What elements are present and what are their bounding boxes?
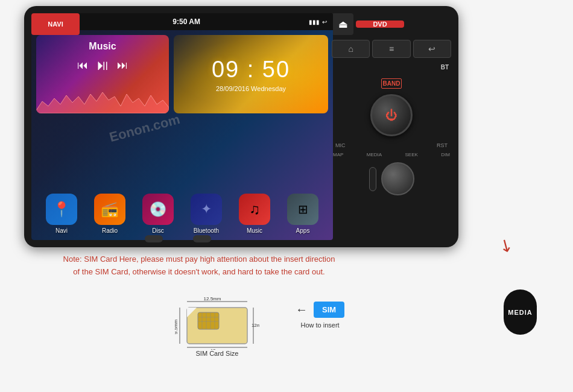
note-line2: of the SIM Card, otherwise it doesn't wo… (24, 266, 374, 279)
red-arrow: ↘ (495, 233, 516, 257)
app-music[interactable]: ♫ Music (239, 194, 270, 234)
disc-icon-label: Disc (152, 227, 163, 234)
slider-control[interactable] (369, 167, 376, 191)
app-row: 📍 Navi 📻 Radio 💿 Disc ✦ Bluetooth (31, 190, 333, 240)
svg-text:12mm: 12mm (252, 323, 259, 328)
screen-area: ⚲ ✦ ▐▐▐ 9:50 AM ▮▮▮ ↩ Music ⏮ (31, 13, 333, 240)
app-radio[interactable]: 📻 Radio (94, 194, 125, 234)
main-wrapper: NAVI ⏏ DVD ⚲ ✦ ▐▐▐ 9:50 AM ▮▮▮ ↩ (0, 0, 573, 392)
back-nav-icon[interactable]: ↩ (322, 19, 327, 25)
mic-rst-row: MIC RST (332, 141, 451, 150)
insert-arrow-icon: ← (296, 303, 308, 317)
status-right: ▮▮▮ ↩ (309, 19, 327, 25)
svg-rect-2 (198, 312, 219, 329)
prev-button[interactable]: ⏮ (77, 59, 88, 72)
power-icon: ⏻ (385, 109, 397, 122)
bt-icon-label: Bluetooth (194, 227, 219, 234)
insert-row: ← SIM (296, 302, 344, 318)
rst-label: RST (437, 142, 448, 148)
bottom-bumper-left (145, 235, 163, 242)
media-seek-label: MEDIA (367, 152, 382, 157)
svg-text:9.5mm: 9.5mm (175, 319, 179, 334)
music-widget: Music ⏮ ⏯ ⏭ (36, 35, 169, 113)
dim-label: DIM (441, 152, 450, 157)
music-icon-label: Music (247, 227, 262, 234)
battery-icon: ▮▮▮ (309, 19, 320, 25)
clock-date: 28/09/2016 Wednesday (216, 85, 286, 92)
app-apps[interactable]: ⊞ Apps (287, 194, 318, 234)
band-row: BAND (332, 77, 451, 88)
clock-time: 09 : 50 (212, 57, 290, 83)
vol-knob-wrap (332, 162, 451, 195)
play-button[interactable]: ⏯ (95, 57, 110, 74)
home-button[interactable]: ⌂ (332, 40, 370, 58)
map-label: MAP (333, 152, 343, 157)
sim-blue-button: SIM (314, 302, 344, 318)
back-button[interactable]: ↩ (413, 40, 451, 58)
volume-knob[interactable] (381, 162, 414, 195)
insert-diagram: ← SIM How to insert (296, 302, 344, 329)
radio-icon-img: 📻 (94, 194, 125, 225)
media-oval[interactable]: MEDIA (504, 289, 537, 335)
band-label: BAND (381, 78, 402, 89)
navi-icon-label: Navi (55, 227, 68, 234)
navi-icon-img: 📍 (46, 194, 77, 225)
music-controls: ⏮ ⏯ ⏭ (42, 57, 163, 74)
insert-label: How to insert (300, 321, 339, 329)
mic-label: MIC (335, 142, 346, 148)
app-disc[interactable]: 💿 Disc (142, 194, 174, 234)
disc-icon-img: 💿 (142, 194, 174, 225)
app-navi[interactable]: 📍 Navi (46, 194, 77, 234)
status-time: 9:50 AM (173, 17, 200, 26)
music-widget-title: Music (42, 41, 163, 52)
app-bluetooth[interactable]: ✦ Bluetooth (191, 194, 222, 234)
bt-panel-label: BT (441, 64, 449, 71)
svg-text:12.5mm: 12.5mm (204, 296, 221, 302)
bt-icon-img: ✦ (191, 194, 222, 225)
note-line1: Note: SIM Card Here, please must pay hig… (24, 253, 374, 266)
right-panel: ⌂ ≡ ↩ BT BAND ⏻ MIC RST (332, 13, 451, 240)
sim-card-svg: 12.5mm 12mm 9.5mm 15mm (175, 296, 259, 350)
knob-area: ⏻ (332, 94, 451, 136)
sim-diagram: 12.5mm 12mm 9.5mm 15mm SIM Card Size (157, 296, 277, 357)
widget-row: Music ⏮ ⏯ ⏭ 09 : 50 28/09/2016 Wednesday (31, 30, 333, 190)
sim-card-size-label: SIM Card Size (196, 350, 239, 357)
power-knob[interactable]: ⏻ (370, 94, 413, 136)
music-icon-img: ♫ (239, 194, 270, 225)
bottom-bumper-right (193, 235, 211, 242)
bottom-labels-row: MAP MEDIA SEEK DIM (332, 152, 451, 157)
apps-icon-label: Apps (296, 227, 310, 234)
seek-label: SEEK (405, 152, 418, 157)
apps-icon-img: ⊞ (287, 194, 318, 225)
home-screen: Music ⏮ ⏯ ⏭ 09 : 50 28/09/2016 Wednesday (31, 30, 333, 240)
clock-widget: 09 : 50 28/09/2016 Wednesday (174, 35, 328, 113)
next-button[interactable]: ⏭ (117, 59, 128, 72)
menu-button[interactable]: ≡ (372, 40, 410, 58)
media-button-oval: MEDIA (504, 289, 537, 335)
note-section: Note: SIM Card Here, please must pay hig… (24, 253, 374, 279)
radio-icon-label: Radio (102, 227, 118, 234)
navi-button[interactable]: NAVI (31, 13, 80, 35)
car-unit: NAVI ⏏ DVD ⚲ ✦ ▐▐▐ 9:50 AM ▮▮▮ ↩ (24, 6, 458, 247)
second-btn-row: ⌂ ≡ ↩ (332, 40, 451, 62)
bt-row: BT (332, 64, 451, 74)
